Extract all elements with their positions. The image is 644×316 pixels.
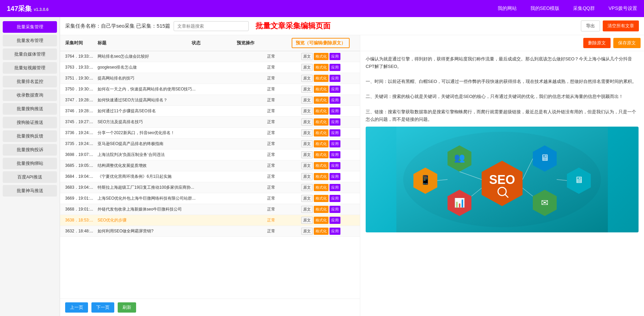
- btn-original[interactable]: 原文: [301, 217, 313, 224]
- btn-apply[interactable]: 应用: [330, 53, 340, 60]
- btn-original[interactable]: 原文: [301, 151, 313, 158]
- btn-format[interactable]: 格式化: [314, 97, 328, 104]
- table-row: 3763．19:33:... googleseo排名怎么做 正常 原文 格式化 …: [60, 62, 360, 73]
- btn-format[interactable]: 格式化: [314, 64, 328, 71]
- btn-apply[interactable]: 应用: [330, 75, 340, 82]
- btn-original[interactable]: 原文: [301, 53, 313, 60]
- next-page-button[interactable]: 下一页: [91, 302, 114, 313]
- export-button[interactable]: 导出: [581, 20, 600, 31]
- btn-original[interactable]: 原文: [301, 195, 313, 202]
- btn-original[interactable]: 原文: [301, 140, 313, 147]
- table-row: 3736．19:24:... 分享一个2022新风口，抖音seo优化排名！ 正常…: [60, 128, 360, 139]
- btn-original[interactable]: 原文: [301, 118, 313, 126]
- btn-format[interactable]: 格式化: [314, 75, 328, 82]
- sidebar-item-baidu-api[interactable]: 百度API推送: [3, 171, 57, 183]
- btn-original[interactable]: 原文: [301, 206, 313, 213]
- btn-format[interactable]: 格式化: [314, 118, 328, 126]
- btn-apply[interactable]: 应用: [330, 86, 340, 93]
- header: 147采集 v1.3.0.6 我的网站 我的SEO模版 采集QQ群 VPS拨号设…: [0, 0, 644, 17]
- btn-format[interactable]: 格式化: [314, 217, 328, 224]
- btn-apply[interactable]: 应用: [330, 107, 340, 115]
- btn-apply[interactable]: 应用: [330, 173, 340, 180]
- btn-apply[interactable]: 应用: [330, 151, 340, 158]
- btn-format[interactable]: 格式化: [314, 129, 328, 137]
- save-original-button[interactable]: 保存原文: [613, 38, 641, 48]
- btn-original[interactable]: 原文: [301, 129, 313, 137]
- btn-original[interactable]: 原文: [301, 97, 313, 104]
- topbar: 采集任务名称：自己学seo采集 已采集：515篇 批量文章采集编辑页面 导出 清…: [60, 17, 644, 35]
- btn-original[interactable]: 原文: [301, 64, 313, 71]
- btn-apply[interactable]: 应用: [330, 228, 340, 235]
- svg-text:SEO: SEO: [489, 173, 515, 187]
- sidebar-item-sogou-feedback[interactable]: 批量搜狗反馈: [3, 130, 57, 142]
- delete-original-button[interactable]: 删除原文: [583, 38, 611, 48]
- preview-panel: 删除原文 保存原文 小编认为就是通过引擎，得到好的，获得更多网站度我们称作流量，…: [360, 35, 644, 316]
- btn-apply[interactable]: 应用: [330, 206, 340, 213]
- btn-apply[interactable]: 应用: [330, 129, 340, 137]
- table-row: 3698．19:07:... 上海法院判决'负面压制业务'合同违法 正常 原文 …: [60, 149, 360, 160]
- sidebar-item-bulk-collect[interactable]: 批量采集管理: [3, 21, 57, 33]
- btn-original[interactable]: 原文: [301, 173, 313, 180]
- sidebar-item-sogou-verify[interactable]: 搜狗验证推送: [3, 117, 57, 128]
- btn-original[interactable]: 原文: [301, 184, 313, 191]
- col-header-action: 预览操作: [208, 40, 283, 46]
- table-row: 3735．19:24:... 亚马逊SEO提高产品排名的终极指南 正常 原文 格…: [60, 139, 360, 149]
- btn-format[interactable]: 格式化: [314, 86, 328, 93]
- btn-original[interactable]: 原文: [301, 162, 313, 169]
- table-row: 3638．18:53:... SEO优化的步骤 正常 原文 格式化 应用: [60, 215, 360, 226]
- sidebar-item-index-query[interactable]: 收录数据查询: [3, 89, 57, 101]
- btn-apply[interactable]: 应用: [330, 217, 340, 224]
- refresh-button[interactable]: 刷新: [118, 302, 136, 313]
- sidebar-item-bulk-rank[interactable]: 批量排名监控: [3, 76, 57, 87]
- btn-apply[interactable]: 应用: [330, 118, 340, 126]
- btn-format[interactable]: 格式化: [314, 162, 328, 169]
- sidebar-item-shenma-push[interactable]: 批量神马推送: [3, 185, 57, 197]
- sidebar-item-bulk-sogou-push[interactable]: 批量搜狗推送: [3, 103, 57, 115]
- btn-format[interactable]: 格式化: [314, 206, 328, 213]
- table-row: 3685．19:05:... 结构调整优化发展提质增效 正常 原文 格式化 应用: [60, 160, 360, 171]
- btn-apply[interactable]: 应用: [330, 195, 340, 202]
- btn-original[interactable]: 原文: [301, 228, 313, 235]
- btn-apply[interactable]: 应用: [330, 140, 340, 147]
- table-row: 3668．19:01:... 外链代发包收录上海新媒体seo牛巨微科技公司 正常…: [60, 204, 360, 215]
- btn-apply[interactable]: 应用: [330, 184, 340, 191]
- svg-text:🖥: 🖥: [540, 153, 549, 163]
- prev-page-button[interactable]: 上一页: [65, 302, 88, 313]
- svg-text:🖥: 🖥: [574, 175, 583, 185]
- sidebar-item-bulk-video[interactable]: 批量短视频管理: [3, 62, 57, 74]
- preview-header-label: 预览（可编辑/删除原文）: [292, 38, 350, 48]
- nav-vps-settings[interactable]: VPS拨号设置: [609, 5, 637, 12]
- btn-apply[interactable]: 应用: [330, 162, 340, 169]
- preview-toolbar: 删除原文 保存原文: [360, 35, 644, 51]
- preview-paragraph-4: 三、链接：搜索引擎获取数据靠的是搜索引擎蜘蛛爬行，而爬行就需要超级链接，最近总是…: [366, 108, 639, 123]
- sidebar-item-sogou-bind[interactable]: 批量搜狗绑站: [3, 158, 57, 169]
- btn-original[interactable]: 原文: [301, 75, 313, 82]
- btn-format[interactable]: 格式化: [314, 228, 328, 235]
- btn-format[interactable]: 格式化: [314, 107, 328, 115]
- nav-seo-template[interactable]: 我的SEO模版: [530, 5, 560, 12]
- btn-format[interactable]: 格式化: [314, 151, 328, 158]
- sidebar-item-bulk-publish[interactable]: 批量发布管理: [3, 35, 57, 46]
- btn-apply[interactable]: 应用: [330, 97, 340, 104]
- btn-original[interactable]: 原文: [301, 107, 313, 115]
- header-nav: 我的网站 我的SEO模版 采集QQ群 VPS拨号设置: [498, 5, 637, 12]
- table-row: 3751．19:30:... 提高网站排名的技巧 正常 原文 格式化 应用: [60, 73, 360, 84]
- col-header-title: 标题: [98, 40, 184, 46]
- btn-format[interactable]: 格式化: [314, 140, 328, 147]
- sidebar-item-bulk-media[interactable]: 批量自媒体管理: [3, 48, 57, 60]
- table-row: 3683．19:04:... 特斯拉上海超级工厂19日复工推动100多家供应商协…: [60, 182, 360, 193]
- search-input[interactable]: [174, 21, 249, 31]
- btn-format[interactable]: 格式化: [314, 173, 328, 180]
- table-row: 3684．19:04:... 《宁夏优化营商环境条例》6月1日起实施 正常 原文…: [60, 171, 360, 182]
- btn-original[interactable]: 原文: [301, 86, 313, 93]
- nav-my-website[interactable]: 我的网站: [498, 5, 517, 12]
- btn-format[interactable]: 格式化: [314, 195, 328, 202]
- sidebar-item-sogou-complain[interactable]: 批量搜狗投诉: [3, 144, 57, 156]
- btn-apply[interactable]: 应用: [330, 64, 340, 71]
- btn-format[interactable]: 格式化: [314, 53, 328, 60]
- btn-format[interactable]: 格式化: [314, 184, 328, 191]
- table-row: 3747．19:28:... 如何快速通过SEO方法提高网站排名？ 正常 原文 …: [60, 95, 360, 106]
- clear-all-button[interactable]: 清空所有文章: [603, 20, 639, 31]
- nav-qq-group[interactable]: 采集QQ群: [573, 5, 595, 12]
- table-header: 采集时间 标题 状态 预览操作 预览（可编辑/删除原文）: [60, 35, 360, 51]
